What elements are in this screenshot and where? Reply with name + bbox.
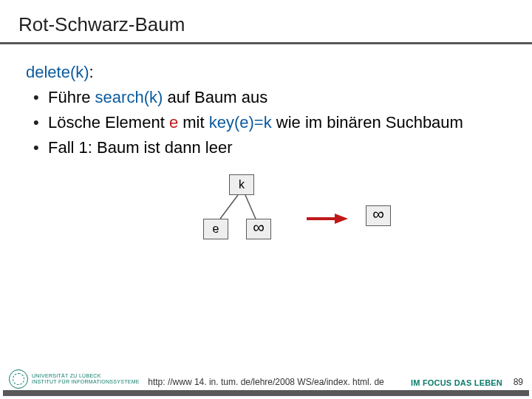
source-url: http: //www 14. in. tum. de/lehre/2008 W… (148, 377, 384, 387)
slide-footer: UNIVERSITÄT ZU LÜBECK INSTITUT FÜR INFOR… (0, 368, 532, 399)
delete-func: delete(k) (26, 63, 89, 81)
tagline-pre: IM (411, 378, 423, 387)
university-logo: UNIVERSITÄT ZU LÜBECK INSTITUT FÜR INFOR… (9, 369, 140, 389)
slide-title: Rot-Schwarz-Baum (18, 13, 514, 36)
node-k: k (229, 174, 254, 195)
arrow-icon (305, 211, 349, 226)
page-number: 89 (514, 377, 523, 387)
search-func: search(k) (95, 88, 163, 106)
tree-edges (26, 160, 510, 270)
svg-line-1 (245, 195, 256, 219)
university-name: UNIVERSITÄT ZU LÜBECK INSTITUT FÜR INFOR… (32, 373, 140, 384)
footer-tagline: IM FOCUS DAS LEBEN (411, 378, 502, 387)
b1-pre: Führe (48, 88, 95, 106)
tree-diagram: k e ∞ ∞ (26, 160, 510, 270)
tagline-focus: FOCUS (423, 378, 452, 387)
bullet-2: Lösche Element e mit key(e)=k wie im bin… (26, 111, 510, 134)
slide-header: Rot-Schwarz-Baum (0, 0, 532, 42)
node-infinity-result: ∞ (366, 205, 391, 226)
node-e: e (203, 219, 228, 239)
b2-pre: Lösche Element (48, 113, 169, 132)
content-body: delete(k): Führe search(k) auf Baum aus … (0, 44, 532, 278)
key-expr: key(e)=k (209, 113, 272, 132)
delete-line: delete(k): (26, 61, 510, 84)
bullet-list: Führe search(k) auf Baum aus Lösche Elem… (26, 86, 510, 160)
footer-bar (3, 390, 529, 396)
svg-line-0 (220, 195, 238, 219)
b2-post: wie im binären Suchbaum (272, 113, 463, 132)
node-infinity-left: ∞ (246, 219, 271, 239)
university-seal-icon (9, 369, 28, 389)
bullet-3: Fall 1: Baum ist dann leer (26, 136, 510, 160)
colon: : (89, 63, 94, 81)
b1-post: auf Baum aus (163, 88, 267, 106)
uni-line2: INSTITUT FÜR INFORMATIONSSYSTEME (32, 379, 140, 385)
b2-mid: mit (178, 113, 209, 132)
svg-marker-3 (335, 214, 348, 224)
tagline-post: DAS LEBEN (451, 378, 502, 387)
uni-line1: UNIVERSITÄT ZU LÜBECK (32, 373, 140, 379)
bullet-1: Führe search(k) auf Baum aus (26, 86, 510, 109)
element-e: e (169, 113, 178, 132)
